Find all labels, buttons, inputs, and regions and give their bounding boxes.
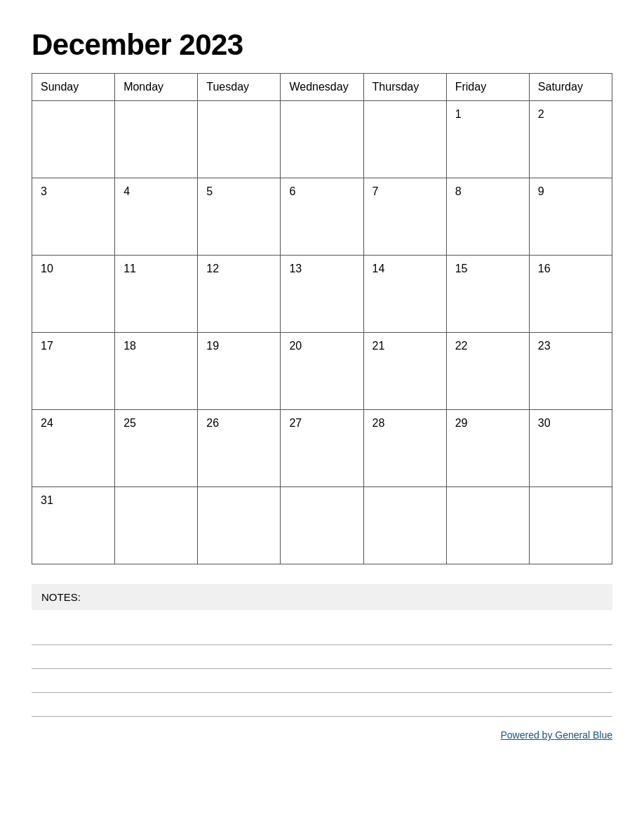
calendar-cell-w4-d1: 17 <box>32 333 115 410</box>
day-number: 18 <box>123 340 136 352</box>
day-number: 31 <box>41 494 53 506</box>
calendar-cell-w6-d7 <box>529 487 612 564</box>
day-number: 2 <box>538 108 544 120</box>
calendar-table: SundayMondayTuesdayWednesdayThursdayFrid… <box>32 73 612 564</box>
day-number: 30 <box>538 417 551 429</box>
calendar-cell-w3-d1: 10 <box>32 256 115 333</box>
calendar-cell-w1-d7: 2 <box>529 101 612 178</box>
calendar-cell-w4-d7: 23 <box>529 333 612 410</box>
powered-by-link[interactable]: Powered by General Blue <box>500 729 612 741</box>
notes-line-4 <box>32 693 612 717</box>
calendar-cell-w4-d5: 21 <box>363 333 446 410</box>
notes-label: NOTES: <box>32 584 612 610</box>
notes-lines <box>32 621 612 717</box>
calendar-cell-w2-d6: 8 <box>446 178 529 256</box>
calendar-cell-w1-d4 <box>281 101 363 178</box>
calendar-cell-w6-d6 <box>446 487 529 564</box>
notes-line-3 <box>32 669 612 693</box>
day-number: 4 <box>123 185 130 197</box>
day-number: 17 <box>41 340 53 352</box>
calendar-cell-w3-d2: 11 <box>115 256 198 333</box>
day-number: 8 <box>455 185 462 197</box>
calendar-cell-w1-d2 <box>115 101 198 178</box>
calendar-cell-w2-d1: 3 <box>32 178 115 256</box>
calendar-week-4: 17181920212223 <box>32 333 612 410</box>
calendar-week-3: 10111213141516 <box>32 256 612 333</box>
calendar-cell-w2-d7: 9 <box>529 178 612 256</box>
day-number: 28 <box>373 417 385 429</box>
calendar-cell-w2-d4: 6 <box>281 178 363 256</box>
day-number: 11 <box>123 263 136 274</box>
calendar-cell-w5-d7: 30 <box>529 410 612 487</box>
header-wednesday: Wednesday <box>281 74 363 101</box>
day-number: 29 <box>455 417 468 429</box>
calendar-cell-w2-d3: 5 <box>198 178 281 256</box>
day-number: 5 <box>206 185 213 197</box>
header-saturday: Saturday <box>529 74 612 101</box>
header-tuesday: Tuesday <box>198 74 281 101</box>
calendar-cell-w1-d6: 1 <box>446 101 529 178</box>
notes-section: NOTES: <box>32 584 612 717</box>
day-number: 14 <box>373 263 385 274</box>
calendar-cell-w1-d5 <box>363 101 446 178</box>
calendar-cell-w3-d3: 12 <box>198 256 281 333</box>
calendar-cell-w3-d7: 16 <box>529 256 612 333</box>
calendar-cell-w3-d4: 13 <box>281 256 363 333</box>
day-number: 20 <box>289 340 302 352</box>
day-number: 16 <box>538 263 551 274</box>
calendar-week-6: 31 <box>32 487 612 564</box>
calendar-cell-w6-d3 <box>198 487 281 564</box>
calendar-week-2: 3456789 <box>32 178 612 256</box>
header-thursday: Thursday <box>363 74 446 101</box>
calendar-header-row: SundayMondayTuesdayWednesdayThursdayFrid… <box>32 74 612 101</box>
day-number: 7 <box>373 185 379 197</box>
day-number: 9 <box>538 185 544 197</box>
day-number: 22 <box>455 340 468 352</box>
page-title: December 2023 <box>32 28 612 62</box>
calendar-week-1: 12 <box>32 101 612 178</box>
day-number: 21 <box>373 340 385 352</box>
calendar-cell-w4-d3: 19 <box>198 333 281 410</box>
notes-line-1 <box>32 621 612 645</box>
calendar-cell-w2-d2: 4 <box>115 178 198 256</box>
calendar-cell-w4-d4: 20 <box>281 333 363 410</box>
header-monday: Monday <box>115 74 198 101</box>
day-number: 6 <box>289 185 295 197</box>
powered-by: Powered by General Blue <box>32 729 612 741</box>
calendar-cell-w6-d1: 31 <box>32 487 115 564</box>
calendar-cell-w6-d2 <box>115 487 198 564</box>
day-number: 12 <box>206 263 219 274</box>
calendar-cell-w5-d1: 24 <box>32 410 115 487</box>
day-number: 10 <box>41 263 53 274</box>
calendar-cell-w3-d5: 14 <box>363 256 446 333</box>
calendar-cell-w2-d5: 7 <box>363 178 446 256</box>
calendar-week-5: 24252627282930 <box>32 410 612 487</box>
calendar-cell-w6-d5 <box>363 487 446 564</box>
calendar-cell-w5-d5: 28 <box>363 410 446 487</box>
day-number: 23 <box>538 340 551 352</box>
calendar-cell-w1-d1 <box>32 101 115 178</box>
day-number: 3 <box>41 185 47 197</box>
header-friday: Friday <box>446 74 529 101</box>
calendar-cell-w3-d6: 15 <box>446 256 529 333</box>
calendar-cell-w6-d4 <box>281 487 363 564</box>
calendar-cell-w5-d6: 29 <box>446 410 529 487</box>
calendar-cell-w1-d3 <box>198 101 281 178</box>
day-number: 27 <box>289 417 302 429</box>
day-number: 13 <box>289 263 302 274</box>
day-number: 25 <box>123 417 136 429</box>
day-number: 15 <box>455 263 468 274</box>
calendar-cell-w5-d2: 25 <box>115 410 198 487</box>
day-number: 24 <box>41 417 53 429</box>
notes-line-2 <box>32 645 612 669</box>
day-number: 26 <box>206 417 219 429</box>
calendar-cell-w5-d4: 27 <box>281 410 363 487</box>
day-number: 1 <box>455 108 462 120</box>
header-sunday: Sunday <box>32 74 115 101</box>
calendar-cell-w4-d2: 18 <box>115 333 198 410</box>
calendar-cell-w4-d6: 22 <box>446 333 529 410</box>
day-number: 19 <box>206 340 219 352</box>
calendar-cell-w5-d3: 26 <box>198 410 281 487</box>
